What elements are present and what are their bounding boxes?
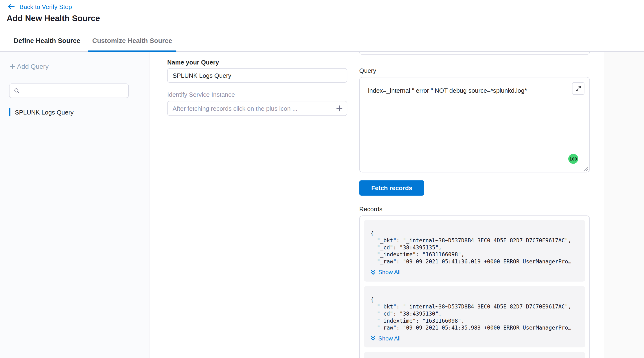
records-container: { "_bkt": "_internal~38~D537D8B4-3EC0-4D… <box>359 216 590 358</box>
query-sidebar: Add Query SPLUNK Logs Query <box>0 52 150 358</box>
name-query-label: Name your Query <box>167 59 219 66</box>
tab-bar: Define Health Source Customize Health So… <box>0 31 644 52</box>
arrow-left-icon <box>7 2 16 11</box>
query-panel: Query index=_internal " error " NOT debu… <box>352 52 604 358</box>
search-icon <box>14 88 20 94</box>
double-chevron-down-icon <box>370 336 376 341</box>
query-search-input[interactable] <box>23 87 124 94</box>
record-card: { "_bkt": "_internal~38~D537D8B4-3EC0-4D… <box>364 220 585 281</box>
query-label: Query <box>359 67 376 74</box>
record-card-partial <box>364 352 585 358</box>
service-instance-input[interactable] <box>167 101 348 116</box>
show-all-button[interactable]: Show All <box>370 269 400 276</box>
plus-icon <box>336 105 343 112</box>
right-gutter <box>604 52 644 358</box>
query-text[interactable]: index=_internal " error " NOT debug sour… <box>368 86 566 95</box>
query-name-input[interactable] <box>167 68 348 83</box>
add-query-button[interactable]: Add Query <box>9 63 49 70</box>
query-editor[interactable]: index=_internal " error " NOT debug sour… <box>359 77 590 172</box>
resize-handle[interactable] <box>583 166 588 171</box>
tab-customize-health-source[interactable]: Customize Health Source <box>88 31 176 52</box>
fetch-records-button[interactable]: Fetch records <box>359 180 424 196</box>
service-instance-label: Identify Service Instance <box>167 91 235 98</box>
service-instance-field <box>167 101 348 116</box>
app-window: Back to Verify Step Add New Health Sourc… <box>0 0 644 358</box>
query-search-box <box>9 83 128 98</box>
show-all-label: Show All <box>378 269 400 276</box>
page-header: Back to Verify Step Add New Health Sourc… <box>0 0 644 31</box>
content-area: Add Query SPLUNK Logs Query Name your Qu… <box>0 52 644 358</box>
plus-icon <box>9 63 16 70</box>
selected-indicator <box>9 108 10 116</box>
show-all-button[interactable]: Show All <box>370 335 400 342</box>
query-item-label: SPLUNK Logs Query <box>15 109 74 116</box>
back-link-label[interactable]: Back to Verify Step <box>20 3 72 10</box>
record-count-badge: 100 <box>568 154 578 164</box>
record-json: { "_bkt": "_internal~38~D537D8B4-3EC0-4D… <box>370 230 578 265</box>
tab-define-health-source[interactable]: Define Health Source <box>10 31 84 52</box>
double-chevron-down-icon <box>370 269 376 275</box>
record-json: { "_bkt": "_internal~38~D537D8B4-3EC0-4D… <box>370 296 578 331</box>
page-title: Add New Health Source <box>7 14 100 23</box>
expand-query-button[interactable] <box>572 82 584 95</box>
records-label: Records <box>359 206 382 213</box>
sidebar-item-splunk-logs-query[interactable]: SPLUNK Logs Query <box>9 108 74 116</box>
add-query-label: Add Query <box>17 63 49 70</box>
back-button[interactable]: Back to Verify Step <box>7 2 72 11</box>
query-form-panel: Name your Query Identify Service Instanc… <box>150 52 352 358</box>
record-card: { "_bkt": "_internal~38~D537D8B4-3EC0-4D… <box>364 286 585 347</box>
truncated-input[interactable] <box>359 52 590 54</box>
show-all-label: Show All <box>378 335 400 342</box>
expand-icon <box>576 86 581 91</box>
add-service-instance-button[interactable] <box>336 105 343 112</box>
